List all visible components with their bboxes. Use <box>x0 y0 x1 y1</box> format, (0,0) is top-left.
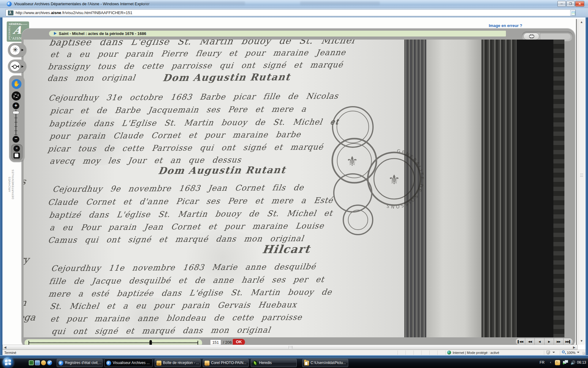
taskbar-button-inbox[interactable]: Boîte de réception - ... <box>155 359 201 367</box>
image-error-link[interactable]: Image en erreur ? <box>489 23 522 28</box>
fleur-de-lis-icon: ⚜ <box>346 153 358 169</box>
archives-departementales-label: ARCHIVES DEPARTEMENTALES <box>8 164 15 204</box>
dial-icon <box>12 66 19 67</box>
ghost-artifact <box>300 2 380 5</box>
slider-end-right <box>198 341 198 345</box>
last-page-button[interactable]: ▶▶▌ <box>564 338 573 345</box>
horizontal-scroll-grip[interactable] <box>289 346 292 349</box>
scroll-right-icon[interactable]: ▶ <box>573 346 575 349</box>
zoom-in-button[interactable]: + <box>13 102 19 109</box>
taskbar-button-registres[interactable]: Registres d'état civil,... <box>57 359 103 367</box>
print-button[interactable] <box>523 33 539 40</box>
pan-hand-tool-button[interactable]: ✋ <box>12 79 21 89</box>
signature: Dom Augustin Rutant <box>162 71 291 83</box>
url-suffix: .fr/visu2/visu.html?INBAAFFICHER=151 <box>61 10 132 15</box>
tool-expand-arrow-icon[interactable] <box>21 65 24 68</box>
manuscript-line: Claude Cornet et d'anne Picar ses Pere e… <box>47 196 334 207</box>
logo-a-glyph: A <box>12 24 23 36</box>
scroll-up-icon[interactable]: ▲ <box>580 20 583 24</box>
quick-launch-mail-icon[interactable] <box>41 360 46 365</box>
fast-back-button[interactable]: ◀◀ <box>525 338 535 345</box>
scroll-down-icon[interactable]: ▼ <box>580 339 583 343</box>
mail-icon <box>156 361 161 366</box>
compass-tool-button[interactable]: ✳ <box>10 45 20 55</box>
slider-track[interactable] <box>29 343 198 343</box>
site-favicon-icon <box>8 10 13 15</box>
fast-forward-button[interactable]: ▶▶ <box>554 338 564 345</box>
task-label: Heredis <box>259 361 272 365</box>
window-border-right <box>586 17 588 358</box>
zoom-slider-handle[interactable] <box>13 111 19 114</box>
quick-launch-app-icon[interactable] <box>29 360 34 365</box>
dark-binding-band <box>517 40 553 337</box>
ie-icon <box>106 361 111 366</box>
ghost-artifact <box>144 2 245 5</box>
browser-zoom-level[interactable]: 100% <box>567 351 575 355</box>
volume-icon[interactable]: 🔊 <box>571 360 575 365</box>
system-tray: FR ‹ 🔊 06:13 <box>536 358 588 368</box>
hidden-icons-chevron[interactable]: ‹ <box>550 360 551 364</box>
tool-expand-arrow-icon[interactable] <box>21 49 24 51</box>
zoom-magnifier-icon[interactable] <box>562 351 565 353</box>
folder-icon <box>304 361 309 366</box>
quick-launch-overflow-chevron[interactable]: » <box>50 359 52 363</box>
address-bar-row: http://www.archives.aisne.fr/visu2/visu.… <box>0 8 588 17</box>
archives-line2: DEPARTEMENTALES <box>11 169 14 199</box>
page-total: / 206 <box>223 340 232 345</box>
start-button[interactable] <box>2 357 13 368</box>
manuscript-line: picar et de Barbe Jacquemain ses Pere et… <box>50 104 307 115</box>
manuscript-line: a eu Pour parain Jean Cornet et pour mar… <box>49 221 325 232</box>
manuscript-line: Cejourdhuy 9e novembre 1683 Jean Cornet … <box>52 183 305 194</box>
url-domain: aisne <box>51 10 61 15</box>
taskbar-button-corel[interactable]: Corel PHOTO-PAIN... <box>203 359 249 367</box>
maximize-button[interactable]: ❐ <box>566 1 575 7</box>
previous-page-button[interactable]: ◀ <box>535 338 544 345</box>
status-bar: Terminé Internet | Mode protégé : activé… <box>2 350 586 355</box>
resize-grip[interactable] <box>582 352 585 355</box>
fleur-de-lis-icon: ⚜ <box>388 172 400 187</box>
horizontal-scrollbar[interactable]: ◀ ▶ <box>2 345 578 350</box>
tray-mail-icon[interactable] <box>555 360 560 365</box>
actual-size-button[interactable]: = <box>13 145 20 152</box>
zoom-dropdown-icon[interactable] <box>577 352 579 353</box>
task-label: Registres d'état civil,... <box>65 361 102 365</box>
title-bar[interactable]: Visualiseur Archives Départementales de … <box>0 0 588 8</box>
vertical-scrollbar[interactable]: ▲ ▼ <box>578 19 585 345</box>
window-border-left <box>0 17 2 358</box>
zoom-out-button[interactable]: − <box>13 136 19 143</box>
vertical-scroll-grip[interactable] <box>580 174 583 177</box>
save-button[interactable] <box>13 153 20 159</box>
taskbar-button-visualiseur[interactable]: Visualiseur Archives ... <box>104 359 153 367</box>
status-done-text: Terminé <box>4 351 16 355</box>
network-icon[interactable] <box>563 360 568 365</box>
taskbar-button-pictures-folder[interactable]: C:\Users\nilda\Pictu... <box>302 359 348 367</box>
next-page-button[interactable]: ▶ <box>545 338 554 345</box>
manuscript-scan[interactable]: s ry n ega baptisée dans L'église St. Ma… <box>24 40 564 337</box>
taskbar-button-heredis[interactable]: Heredis <box>251 359 297 367</box>
screen: Visualiseur Archives Départementales de … <box>0 0 588 368</box>
navigation-pill: ▌◀◀ ◀◀ ◀ ▶ ▶▶ ▶▶▌ <box>515 338 573 345</box>
minimize-button[interactable]: ─ <box>557 1 566 7</box>
shield-icon[interactable] <box>546 351 550 355</box>
close-button[interactable]: ✕ <box>575 1 584 7</box>
contrast-dial-button[interactable] <box>10 61 20 71</box>
shield-dropdown-icon[interactable] <box>552 352 555 353</box>
manuscript-line: qui ont signé et marqué dans mon origina… <box>51 325 271 336</box>
address-input[interactable]: http://www.archives.aisne.fr/visu2/visu.… <box>6 9 576 16</box>
marquee-select-button[interactable] <box>12 91 21 101</box>
page-document-icon[interactable] <box>570 10 575 16</box>
scroll-left-icon[interactable]: ◀ <box>4 346 6 349</box>
signature: Hilcart <box>262 242 311 255</box>
clock[interactable]: 06:13 <box>577 360 586 365</box>
manuscript-line: et pour maraine anne blondeau de cette p… <box>50 312 303 324</box>
manuscript-line: Cejourdhuy 11e novembre 1683 Marie anne … <box>51 262 317 273</box>
ok-button[interactable]: OK <box>233 339 245 345</box>
language-indicator[interactable]: FR <box>540 360 545 365</box>
first-page-button[interactable]: ▌◀◀ <box>516 338 525 345</box>
manuscript-line: baptizée dans L'Eglise St. Martin bouoy … <box>49 117 339 128</box>
show-desktop-icon[interactable] <box>35 360 40 365</box>
url-text: http://www.archives.aisne.fr/visu2/visu.… <box>16 10 132 15</box>
ie-icon <box>58 361 63 366</box>
ie-app-icon <box>7 2 12 6</box>
play-arrow-icon <box>54 32 57 35</box>
